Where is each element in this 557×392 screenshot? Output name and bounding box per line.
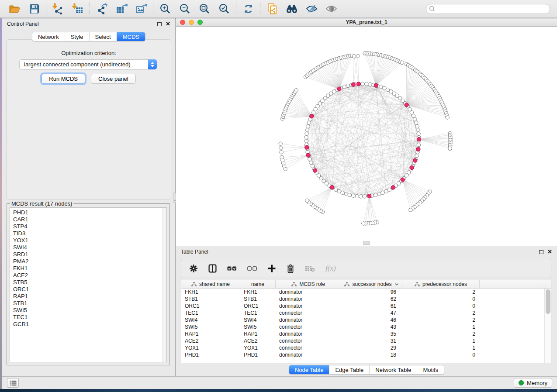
tab-network[interactable]: Network [32, 32, 65, 41]
list-item[interactable]: SWI4 [13, 244, 163, 251]
search-field[interactable] [426, 4, 550, 14]
zoom-fit-icon[interactable] [198, 3, 211, 15]
list-item[interactable]: STP4 [13, 223, 163, 230]
list-item[interactable]: RAP1 [13, 293, 163, 300]
clone-network-icon[interactable] [266, 3, 278, 15]
export-network-icon[interactable] [96, 3, 108, 15]
table-row[interactable]: TEC1TEC1connector472 [181, 309, 551, 316]
table-row[interactable]: ORC1ORC1dominator610 [181, 303, 551, 309]
list-item[interactable]: STB5 [13, 279, 163, 286]
main-toolbar [0, 0, 557, 18]
show-column-icon[interactable] [208, 263, 217, 274]
export-image-icon[interactable] [135, 3, 147, 15]
list-item[interactable]: ORC1 [13, 286, 163, 293]
import-network-icon[interactable] [52, 3, 64, 15]
zoom-in-icon[interactable] [159, 3, 171, 15]
list-item[interactable]: TEC1 [13, 314, 163, 321]
add-row-icon[interactable] [267, 263, 276, 274]
tab-mcds[interactable]: MCDS [117, 32, 145, 41]
table-row[interactable]: SWI4SWI4dominator462 [181, 316, 551, 323]
run-mcds-button[interactable]: Run MCDS [42, 74, 85, 84]
float-window-icon[interactable] [157, 22, 162, 26]
deselect-all-icon[interactable] [247, 263, 257, 274]
list-item[interactable]: FKH1 [13, 265, 163, 272]
tab-style[interactable]: Style [65, 32, 89, 41]
network-titlebar[interactable]: YPA_prune.txt_1 [176, 18, 557, 27]
right-stack: YPA_prune.txt_1 Table Panel ✕ [176, 18, 557, 376]
cell-predecessor-nodes: 1 [402, 324, 480, 330]
network-canvas[interactable] [176, 27, 557, 246]
list-item[interactable]: SRD1 [13, 251, 163, 258]
list-item[interactable]: TID3 [13, 230, 163, 237]
close-panel-icon[interactable]: ✕ [547, 250, 552, 254]
table-row[interactable]: YOX1YOX1connector291 [181, 344, 551, 351]
horizontal-splitter-grip[interactable] [363, 241, 370, 245]
cell-MCDS-role: dominator [276, 317, 341, 323]
cell-predecessor-nodes: 0 [402, 352, 480, 358]
list-item[interactable]: YOX1 [13, 237, 163, 244]
column-header-shared-name[interactable]: shared name [181, 280, 240, 288]
cell-MCDS-role: connector [276, 345, 341, 351]
memory-button[interactable]: Memory [514, 378, 552, 388]
column-header-MCDS-role[interactable]: MCDS role [276, 280, 341, 288]
column-header-successor-nodes[interactable]: successor nodes [341, 280, 402, 288]
close-panel-icon[interactable]: ✕ [166, 22, 170, 26]
tab-select[interactable]: Select [89, 32, 117, 41]
column-header-predecessor-nodes[interactable]: predecessor nodes [402, 280, 480, 288]
list-item[interactable]: GCR1 [13, 321, 163, 328]
scrollbar-thumb[interactable] [546, 289, 550, 314]
criterion-dropdown[interactable]: largest connected component (undirected) [19, 59, 157, 69]
tab-edge-table[interactable]: Edge Table [329, 365, 369, 374]
tab-network-table[interactable]: Network Table [369, 365, 417, 374]
list-item[interactable]: ACE2 [13, 272, 163, 279]
close-window-icon[interactable] [180, 20, 185, 25]
show-graphics-details-icon[interactable] [325, 3, 337, 15]
cell-MCDS-role: dominator [276, 352, 341, 358]
cell-name: ORC1 [240, 303, 276, 309]
cell-successor-nodes: 18 [341, 352, 402, 358]
list-item[interactable]: STB1 [13, 300, 163, 307]
list-item[interactable]: CAR1 [13, 216, 163, 223]
column-label: name [251, 281, 264, 287]
main-content: Control Panel ✕ NetworkStyleSelectMCDS O… [2, 18, 557, 376]
mcds-result-list[interactable]: PHD1CAR1STP4TID3YOX1SWI4SRD1PMA2FKH1ACE2… [10, 207, 167, 362]
tab-node-table[interactable]: Node Table [289, 365, 329, 374]
export-table-icon[interactable] [115, 3, 128, 15]
list-item[interactable]: PHD1 [13, 209, 163, 216]
save-session-icon[interactable] [28, 3, 40, 15]
delete-table-icon[interactable] [305, 263, 315, 274]
network-graph[interactable] [176, 27, 555, 245]
float-window-icon[interactable] [539, 250, 543, 254]
result-list-scrollbar[interactable] [163, 208, 166, 362]
table-row[interactable]: RAP1RAP1dominator352 [181, 330, 551, 337]
select-all-icon[interactable] [227, 263, 237, 274]
delete-row-icon[interactable] [287, 263, 294, 274]
refresh-layout-icon[interactable] [242, 3, 254, 15]
hide-graphics-details-icon[interactable] [305, 3, 318, 15]
table-row[interactable]: FKH1FKH1dominator962 [181, 289, 551, 296]
column-header-name[interactable]: name [240, 280, 276, 288]
apply-function-icon[interactable]: f(x) [325, 263, 336, 274]
memory-button-label: Memory [527, 380, 547, 386]
search-input[interactable] [436, 6, 548, 12]
column-label: successor nodes [352, 281, 391, 287]
minimize-window-icon[interactable] [189, 20, 194, 25]
tab-motifs[interactable]: Motifs [417, 365, 444, 374]
table-row[interactable]: SWI5SWI5connector431 [181, 323, 551, 330]
list-item[interactable]: SWI5 [13, 307, 163, 314]
table-settings-gear-icon[interactable] [189, 263, 198, 274]
cell-MCDS-role: dominator [276, 296, 341, 302]
list-item[interactable]: PMA2 [13, 258, 163, 265]
open-session-icon[interactable] [8, 3, 21, 15]
import-table-icon[interactable] [72, 3, 84, 15]
zoom-selected-icon[interactable] [218, 3, 230, 15]
table-row[interactable]: ACE2ACE2connector311 [181, 337, 551, 344]
task-history-button[interactable] [7, 378, 19, 388]
table-scrollbar[interactable] [544, 289, 551, 363]
table-row[interactable]: PHD1PHD1dominator180 [181, 351, 551, 358]
close-panel-button[interactable]: Close panel [91, 74, 136, 84]
table-row[interactable]: STB1STB1dominator620 [181, 296, 551, 303]
zoom-out-icon[interactable] [179, 3, 191, 15]
search-binoculars-icon[interactable] [286, 3, 298, 15]
maximize-window-icon[interactable] [197, 20, 203, 25]
